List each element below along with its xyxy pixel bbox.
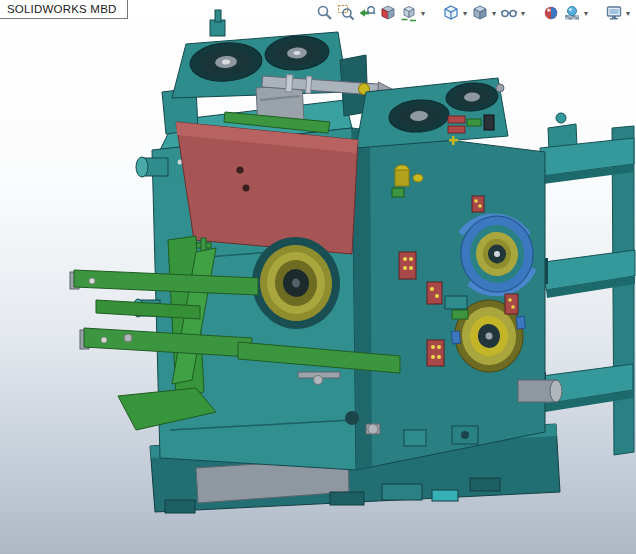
edit-appearance-icon: [542, 4, 560, 22]
apply-scene-dropdown[interactable]: ▾: [582, 3, 590, 24]
hide-show-items-dropdown[interactable]: ▾: [519, 3, 527, 24]
display-style-icon: [471, 4, 489, 22]
right-rail-assembly[interactable]: [534, 113, 635, 455]
annotation-views-button[interactable]: [398, 3, 419, 24]
hide-show-items-icon: [500, 4, 518, 22]
view-orientation-dropdown[interactable]: ▾: [461, 3, 469, 24]
view-settings-button[interactable]: [603, 3, 624, 24]
view-settings-dropdown[interactable]: ▾: [624, 3, 632, 24]
heads-up-view-toolbar: ▾ ▾ ▾ ▾: [314, 1, 632, 25]
previous-view-icon: [358, 4, 376, 22]
annotation-views-dropdown[interactable]: ▾: [419, 3, 427, 24]
zoom-to-area-icon: [337, 4, 355, 22]
previous-view-button[interactable]: [356, 3, 377, 24]
zoom-to-fit-icon: [316, 4, 334, 22]
edit-appearance-button[interactable]: [540, 3, 561, 24]
apply-scene-icon: [563, 4, 581, 22]
view-orientation-icon: [442, 4, 460, 22]
display-style-button[interactable]: [469, 3, 490, 24]
apply-scene-button[interactable]: [561, 3, 582, 24]
section-view-button[interactable]: [377, 3, 398, 24]
graphics-viewport[interactable]: [0, 0, 636, 554]
zoom-to-area-button[interactable]: [335, 3, 356, 24]
cad-model[interactable]: [0, 0, 636, 554]
view-settings-icon: [605, 4, 623, 22]
mbd-badge: SOLIDWORKS MBD: [0, 0, 128, 19]
hide-show-items-button[interactable]: [498, 3, 519, 24]
display-style-dropdown[interactable]: ▾: [490, 3, 498, 24]
section-view-icon: [379, 4, 397, 22]
zoom-to-fit-button[interactable]: [314, 3, 335, 24]
view-orientation-button[interactable]: [440, 3, 461, 24]
annotation-views-icon: [400, 4, 418, 22]
